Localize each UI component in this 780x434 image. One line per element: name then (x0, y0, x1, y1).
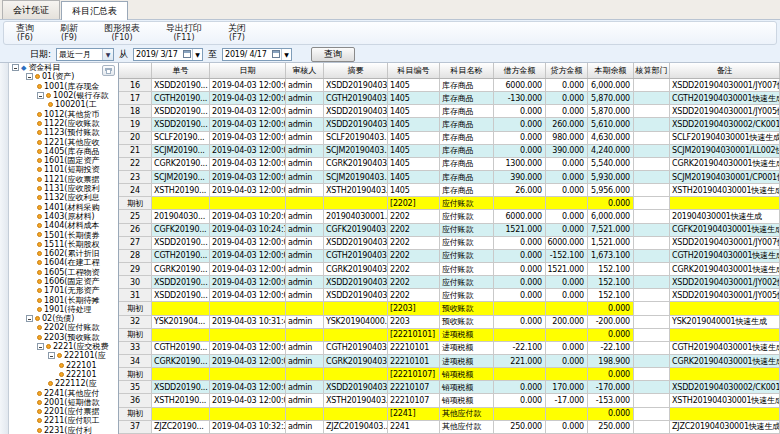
column-header[interactable]: 单号 (152, 63, 210, 78)
subject-name-cell[interactable]: 进项税额 (440, 355, 494, 368)
period-balance-cell[interactable]: 5,956.000 (588, 184, 634, 197)
date-cell[interactable]: 2019-04-03 12:00:00 (210, 263, 286, 276)
column-header[interactable]: 科目名称 (440, 63, 494, 78)
tree-node[interactable]: 1605(工程物资 (9, 268, 118, 277)
tree-node[interactable]: 1012(其他货币 (9, 109, 118, 118)
table-row[interactable]: 37ZJZC20190...2019-04-03 10:32:38adminZJ… (119, 421, 780, 434)
date-cell[interactable] (210, 329, 286, 342)
date-cell[interactable]: 2019-04-03 12:00:00 (210, 381, 286, 394)
auditor-cell[interactable] (286, 408, 324, 421)
remark-cell[interactable]: XSDD201904030002/CK001快速生成 (670, 118, 780, 131)
date-cell[interactable]: 2019-04-03 10:20:07 (210, 210, 286, 223)
subject-code-cell[interactable]: 1405 (388, 92, 440, 105)
subject-code-cell[interactable]: [2203] (388, 302, 440, 315)
date-cell[interactable] (210, 368, 286, 381)
debit-amount-cell[interactable]: 6000.000 (494, 79, 546, 92)
period-start-row[interactable]: 期初[22210107]销项税额0.000 (119, 368, 780, 381)
remark-cell[interactable] (670, 408, 780, 421)
summary-cell[interactable]: XSDD20190403... (324, 289, 388, 302)
column-header[interactable]: 备注 (670, 63, 780, 78)
table-row[interactable]: 29CGRK20190...2019-04-03 12:00:00adminCG… (119, 263, 780, 276)
voucher-no-cell[interactable]: CGRK20190... (152, 355, 210, 368)
remark-cell[interactable]: XSDD201904030001/JY007快速生成 (670, 237, 780, 250)
left-splitter-strip[interactable] (0, 63, 9, 434)
date-cell[interactable]: 2019-04-03 12:00:00 (210, 79, 286, 92)
collapse-icon[interactable] (48, 352, 55, 359)
debit-amount-cell[interactable] (494, 408, 546, 421)
collapse-icon[interactable] (26, 73, 33, 80)
table-row[interactable]: 36XSTH20190...2019-04-03 12:00:00adminXS… (119, 394, 780, 407)
voucher-no-cell[interactable]: CGRK20190... (152, 263, 210, 276)
subject-code-cell[interactable]: 1405 (388, 184, 440, 197)
column-header[interactable]: 本期余额 (588, 63, 634, 78)
date-cell[interactable]: 2019-04-03 12:00:00 (210, 118, 286, 131)
voucher-no-cell[interactable]: SCJM20190... (152, 171, 210, 184)
period-balance-cell[interactable]: 250.000 (588, 421, 634, 434)
debit-amount-cell[interactable]: 26.000 (494, 184, 546, 197)
subject-name-cell[interactable]: 应付账款 (440, 263, 494, 276)
accounting-dept-cell[interactable] (634, 79, 670, 92)
voucher-no-cell[interactable]: XSTH20190... (152, 394, 210, 407)
date-cell[interactable]: 2019-04-03 12:00:00 (210, 184, 286, 197)
refresh-button[interactable]: 刷新 (F9) (60, 23, 78, 43)
debit-amount-cell[interactable] (494, 302, 546, 315)
voucher-no-cell[interactable] (152, 329, 210, 342)
credit-amount-cell[interactable] (546, 197, 588, 210)
search-button[interactable]: 查询 (311, 47, 355, 62)
chevron-down-icon[interactable]: ▼ (281, 49, 291, 60)
accounting-dept-cell[interactable] (634, 276, 670, 289)
date-cell[interactable]: 2019-04-03 10:31:42 (210, 316, 286, 329)
tree-node[interactable]: 2221(应交税费 (9, 342, 118, 351)
remark-cell[interactable] (670, 368, 780, 381)
tree-node[interactable]: 1606(固定资产 (9, 277, 118, 286)
subject-name-cell[interactable]: 其他应付款 (440, 421, 494, 434)
auditor-cell[interactable]: admin (286, 118, 324, 131)
auditor-cell[interactable]: admin (286, 276, 324, 289)
remark-cell[interactable]: CGTH201904030001快速生成 (670, 92, 780, 105)
accounting-dept-cell[interactable] (634, 355, 670, 368)
debit-amount-cell[interactable]: 0.000 (494, 105, 546, 118)
row-number-cell[interactable]: 36 (119, 394, 152, 407)
chart-report-button[interactable]: 图形报表 (F10) (104, 23, 140, 43)
date-cell[interactable]: 2019-04-03 12:00:00 (210, 289, 286, 302)
subject-code-cell[interactable]: 1405 (388, 105, 440, 118)
accounting-dept-cell[interactable] (634, 197, 670, 210)
row-number-cell[interactable]: 18 (119, 105, 152, 118)
tree-node[interactable]: 2231(应付利 (9, 426, 118, 434)
auditor-cell[interactable]: admin (286, 79, 324, 92)
column-header[interactable]: 审核人 (286, 63, 324, 78)
auditor-cell[interactable]: admin (286, 289, 324, 302)
voucher-no-cell[interactable]: YSK201904... (152, 316, 210, 329)
accounting-dept-cell[interactable] (634, 224, 670, 237)
period-balance-cell[interactable]: 5,610.000 (588, 118, 634, 131)
tree-node[interactable]: 1123(预付账款 (9, 128, 118, 137)
table-row[interactable]: 18XSDD20190...2019-04-03 12:00:00adminXS… (119, 105, 780, 118)
tree-node[interactable]: 1511(长期股权 (9, 240, 118, 249)
summary-cell[interactable]: CGRK20190403... (324, 263, 388, 276)
accounting-dept-cell[interactable] (634, 394, 670, 407)
remark-cell[interactable]: XSTH201904030001快速生成 (670, 184, 780, 197)
voucher-no-cell[interactable]: CGTH20190... (152, 342, 210, 355)
period-balance-cell[interactable]: -22.100 (588, 342, 634, 355)
subject-name-cell[interactable]: 库存商品 (440, 118, 494, 131)
tree-node[interactable]: 1132(应收利息 (9, 193, 118, 202)
table-row[interactable]: 21SCJM20190...2019-04-03 12:00:00adminSC… (119, 145, 780, 158)
subject-code-cell[interactable]: 1405 (388, 132, 440, 145)
period-balance-cell[interactable]: -153.000 (588, 394, 634, 407)
subject-name-cell[interactable]: 应付账款 (440, 210, 494, 223)
subject-code-cell[interactable]: 2202 (388, 263, 440, 276)
subject-code-cell[interactable]: [2202] (388, 197, 440, 210)
remark-cell[interactable]: CGRK201904030001快速生成 (670, 355, 780, 368)
tree-node[interactable]: 1501(长期债券 (9, 230, 118, 239)
subject-name-cell[interactable]: 销项税额 (440, 394, 494, 407)
remark-cell[interactable]: XSDD201904030002/CK001快速生成 (670, 381, 780, 394)
subject-name-cell[interactable]: 其他应付款 (440, 408, 494, 421)
subject-name-cell[interactable]: 应付账款 (440, 197, 494, 210)
query-button[interactable]: 查询 (F6) (16, 23, 34, 43)
tree-node[interactable]: 1405(库存商品 (9, 147, 118, 156)
period-balance-cell[interactable]: 0.000 (588, 302, 634, 315)
chevron-down-icon[interactable]: ▼ (102, 49, 113, 60)
summary-cell[interactable] (324, 302, 388, 315)
tree-node[interactable]: 1701(无形资产 (9, 286, 118, 295)
tree-node[interactable]: 1221(其他应收 (9, 137, 118, 146)
